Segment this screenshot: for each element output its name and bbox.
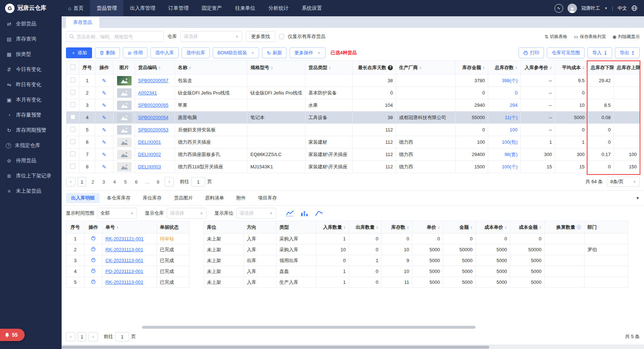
product-thumbnail-placeholder[interactable] bbox=[117, 101, 132, 110]
row-checkbox[interactable] bbox=[70, 102, 75, 107]
language-switch[interactable]: 中文 bbox=[618, 5, 627, 12]
goods-row[interactable]: 1✎SPB00200057包装盒383780398(个)--9.529.42 bbox=[66, 75, 640, 87]
avatar[interactable] bbox=[568, 4, 577, 13]
nav-item-system-settings[interactable]: 系统设置 bbox=[295, 0, 328, 16]
sort-icon[interactable]: ▲▼ bbox=[438, 226, 440, 229]
prev-page-button[interactable]: ‹ bbox=[66, 332, 75, 341]
user-name[interactable]: 冠唐叶工 bbox=[581, 5, 600, 12]
goods-row[interactable]: 5✎SPB00200053后侧斜支持安装板1120100--00 bbox=[66, 124, 640, 136]
selected-inbound-button[interactable]: 选中入库 bbox=[150, 47, 179, 58]
nav-item-inout-management[interactable]: 出入库管理 bbox=[123, 0, 162, 16]
sidebar-item-all-goods[interactable]: ⇄全部货品 bbox=[0, 16, 62, 31]
product-thumbnail-product[interactable] bbox=[117, 162, 132, 172]
nav-item-fixed-assets[interactable]: 固定资产 bbox=[195, 0, 228, 16]
edit-icon[interactable]: ✎ bbox=[102, 90, 107, 96]
nav-item-goods-management[interactable]: 货品管理 bbox=[90, 0, 123, 16]
page-button-1[interactable]: 1 bbox=[78, 177, 86, 186]
curve-chart-icon[interactable] bbox=[313, 209, 325, 218]
row-checkbox[interactable] bbox=[70, 151, 75, 156]
edit-icon[interactable]: ✎ bbox=[102, 102, 107, 108]
detail-warehouse-select[interactable]: 请选择 ▼ bbox=[167, 208, 207, 219]
sort-icon[interactable]: ▲▼ bbox=[158, 66, 161, 70]
page-size-select[interactable]: 8条/页 ▼ bbox=[607, 177, 640, 187]
support-icon[interactable]: ∿ bbox=[554, 4, 563, 13]
product-thumbnail-product[interactable] bbox=[117, 150, 132, 159]
row-checkbox[interactable] bbox=[70, 139, 75, 144]
page-button-3[interactable]: 3 bbox=[99, 177, 108, 186]
chevron-down-icon[interactable]: ▼ bbox=[604, 7, 608, 10]
detail-tab-goods-images[interactable]: 货品图片 bbox=[169, 193, 198, 203]
row-checkbox[interactable] bbox=[70, 127, 75, 132]
edit-icon[interactable]: ✎ bbox=[102, 152, 107, 157]
detail-row[interactable]: 3CK-20231113-001已完成未上架出库领用出库019500050005… bbox=[66, 255, 640, 266]
print-icon[interactable] bbox=[91, 247, 96, 253]
search-field[interactable] bbox=[76, 34, 161, 39]
product-thumbnail-placeholder[interactable] bbox=[117, 125, 132, 135]
sidebar-item-no-warehouse[interactable]: ?未指定仓库 bbox=[0, 138, 62, 153]
time-range-select[interactable]: 全部 ▼ bbox=[97, 208, 137, 219]
goods-code-link[interactable]: SPB00200057 bbox=[138, 78, 169, 83]
delete-button[interactable]: 删除 bbox=[95, 47, 120, 58]
goods-code-link[interactable]: A002341 bbox=[138, 90, 157, 96]
detail-tab-inout-detail[interactable]: 出入库明细 bbox=[66, 193, 100, 203]
product-thumbnail-photo[interactable] bbox=[117, 76, 132, 85]
stock-count-link[interactable]: 98(套) bbox=[504, 152, 518, 157]
doc-link[interactable]: PD-20231113-001 bbox=[105, 269, 143, 274]
sort-icon[interactable]: ▲▼ bbox=[376, 226, 378, 229]
refresh-button[interactable]: ↻刷新 bbox=[262, 47, 287, 58]
stock-count-link[interactable]: 11(个) bbox=[505, 115, 518, 120]
bar-chart-icon[interactable] bbox=[299, 209, 310, 218]
page-button-2[interactable]: 2 bbox=[88, 177, 97, 186]
nav-item-analytics[interactable]: 分析统计 bbox=[262, 0, 295, 16]
selected-outbound-button[interactable]: 选中出库 bbox=[182, 47, 210, 58]
tab-stock-goods[interactable]: 库存货品 bbox=[66, 17, 99, 28]
stock-count-link[interactable]: 100(包) bbox=[502, 139, 518, 145]
detail-row[interactable]: 4PD-20231113-001已完成未上架入库盘盈10105000500050… bbox=[66, 266, 640, 277]
sidebar-item-by-type[interactable]: ▦按类型 bbox=[0, 47, 62, 62]
collapse-panel-icon[interactable]: ▼ bbox=[636, 196, 640, 200]
help-icon[interactable]: ? bbox=[388, 65, 393, 70]
add-button[interactable]: ＋添加 bbox=[66, 47, 92, 58]
goods-row[interactable]: 2✎A002341钛金版DFI Jefiis Pro线缆钛金版DFI Jefii… bbox=[66, 87, 640, 99]
product-thumbnail-placeholder[interactable] bbox=[117, 113, 132, 122]
sidebar-item-changed-yesterday[interactable]: ⇋昨日有变化 bbox=[0, 77, 62, 92]
import-button[interactable]: 导入↧ bbox=[587, 47, 612, 58]
product-thumbnail-placeholder[interactable] bbox=[117, 88, 132, 98]
sort-icon[interactable]: ▲▼ bbox=[539, 226, 541, 229]
only-stock-checkbox[interactable] bbox=[279, 34, 284, 39]
page-button-4[interactable]: 4 bbox=[110, 177, 119, 186]
sort-icon[interactable]: ▲▼ bbox=[407, 226, 409, 229]
next-page-button[interactable]: › bbox=[165, 177, 174, 186]
sidebar-item-disabled-goods[interactable]: ⊘停用货品 bbox=[0, 153, 62, 168]
page-button-1[interactable]: 1 bbox=[78, 332, 86, 341]
bom-assemble-button[interactable]: BOM组合组装▼ bbox=[213, 47, 259, 58]
goods-code-link[interactable]: SPB00200053 bbox=[138, 127, 169, 133]
sort-icon[interactable]: ▲▼ bbox=[470, 226, 473, 229]
edit-icon[interactable]: ✎ bbox=[102, 164, 107, 170]
sort-icon[interactable]: ▲▼ bbox=[550, 66, 552, 70]
sidebar-item-shelf-record[interactable]: ≣库位上下架记录 bbox=[0, 168, 62, 184]
goods-row[interactable]: 8✎DELIXI003德力西118型开关插座MJ1543K1家装建材\开关插座1… bbox=[66, 161, 640, 173]
scrollbar-thumb[interactable] bbox=[62, 346, 489, 349]
save-column-width-button[interactable]: ▭保存表格列宽 bbox=[574, 34, 606, 40]
sort-icon[interactable]: ▲▼ bbox=[582, 66, 585, 70]
detail-tab-project-stock[interactable]: 项目库存 bbox=[253, 193, 282, 203]
switch-table-button[interactable]: ⇅切换表格 bbox=[544, 34, 567, 40]
goods-row[interactable]: 6✎DELIXI001德力西开关插座家装建材112德力西100100(包)110 bbox=[66, 136, 640, 148]
row-checkbox[interactable] bbox=[70, 90, 75, 95]
print-icon[interactable] bbox=[91, 236, 96, 242]
edit-icon[interactable]: ✎ bbox=[102, 139, 107, 145]
print-icon[interactable] bbox=[91, 269, 96, 274]
sidebar-item-stock-query[interactable]: ▤库存查询 bbox=[0, 31, 62, 47]
detail-row[interactable]: 5RK-20231113-002已完成未上架入库生产入库101150005000… bbox=[66, 277, 640, 288]
goods-code-link[interactable]: DELIXI003 bbox=[138, 164, 161, 169]
detail-row[interactable]: 1RK-20231121-001待审核未上架入库采购入库1000000 bbox=[66, 234, 640, 244]
sort-icon[interactable]: ▲▼ bbox=[344, 226, 346, 229]
nav-item-partners[interactable]: 往来单位 bbox=[228, 0, 262, 16]
stock-count-link[interactable]: 100 bbox=[510, 127, 518, 133]
detail-tab-attachments[interactable]: 附件 bbox=[231, 193, 251, 203]
prev-page-button[interactable]: ‹ bbox=[66, 177, 75, 186]
goods-row[interactable]: 4✎SPB00200054惠普电脑笔记本工具设备38成都冠唐科技有限公司5500… bbox=[66, 112, 640, 124]
print-icon[interactable] bbox=[91, 280, 96, 285]
edit-icon[interactable]: ✎ bbox=[102, 78, 107, 84]
